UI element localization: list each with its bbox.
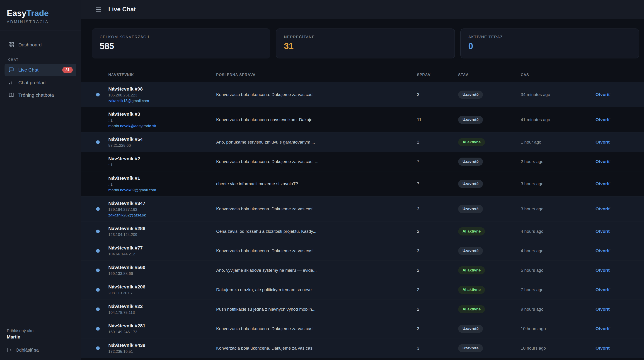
table-row[interactable]: Návštevník #3 ::1 martin.novak@easytrade… bbox=[81, 107, 644, 132]
table-row[interactable]: Návštevník #439 172.235.16.51 Konverzaci… bbox=[81, 339, 644, 358]
open-cell: Otvoriť bbox=[596, 92, 644, 97]
sidebar-item-label: Dashboard bbox=[18, 42, 42, 47]
open-conversation-link[interactable]: Otvoriť bbox=[596, 207, 610, 211]
visitor-ip: 160.149.246.173 bbox=[108, 329, 216, 335]
sidebar-item-label: Live Chat bbox=[18, 67, 38, 73]
visitor-email[interactable]: martin.novak89@gmail.com bbox=[108, 187, 216, 193]
open-cell: Otvoriť bbox=[596, 326, 644, 331]
time-ago: 10 hours ago bbox=[521, 326, 596, 331]
table-row[interactable]: Návštevník #206 208.113.207.7 Dakujem za… bbox=[81, 280, 644, 300]
hamburger-menu-icon[interactable] bbox=[95, 6, 102, 13]
open-conversation-link[interactable]: Otvoriť bbox=[596, 181, 610, 186]
table-row[interactable]: Návštevník #22 104.178.75.113 Push notif… bbox=[81, 300, 644, 319]
open-conversation-link[interactable]: Otvoriť bbox=[596, 159, 610, 164]
visitor-cell: Návštevník #347 139.184.237.163 zakaznik… bbox=[108, 197, 216, 221]
status-cell: Uzavreté bbox=[458, 91, 521, 99]
table-row[interactable]: Návštevník #98 105.200.251.223 zakaznik1… bbox=[81, 82, 644, 107]
logout-button[interactable]: Odhlásiť sa bbox=[7, 347, 74, 353]
unread-dot-icon bbox=[96, 269, 100, 272]
status-cell: Uzavreté bbox=[458, 116, 521, 124]
sidebar-item-dashboard[interactable]: Dashboard bbox=[4, 38, 76, 51]
visitor-name: Návštevník #439 bbox=[108, 342, 216, 349]
message-count: 3 bbox=[417, 346, 458, 351]
status-cell: AI aktívne bbox=[458, 138, 521, 146]
visitor-cell: Návštevník #560 169.133.88.66 bbox=[108, 261, 216, 280]
top-bar: Live Chat bbox=[81, 0, 644, 19]
open-cell: Otvoriť bbox=[596, 346, 644, 351]
table-row[interactable]: Návštevník #281 160.149.246.173 Konverza… bbox=[81, 319, 644, 339]
sidebar-item-label: Tréning chatbota bbox=[18, 92, 54, 98]
table-row[interactable]: Návštevník #2 ::1 Konverzacia bola ukonc… bbox=[81, 152, 644, 171]
status-cell: Uzavreté bbox=[458, 158, 521, 166]
sidebar-item-trening-chatbota[interactable]: Tréning chatbota bbox=[4, 89, 76, 101]
unread-dot-icon bbox=[96, 207, 100, 211]
open-cell: Otvoriť bbox=[596, 117, 644, 122]
table-row[interactable]: Návštevník #560 169.133.88.66 Ano, vyvij… bbox=[81, 261, 644, 280]
last-message: Dakujem za otazku, ale politickym temam … bbox=[216, 287, 417, 292]
unread-dot-cell bbox=[81, 93, 108, 96]
sidebar-item-chat-prehlad[interactable]: Chat prehlad bbox=[4, 76, 76, 89]
sidebar-item-live-chat[interactable]: Live Chat 31 bbox=[4, 64, 76, 76]
open-conversation-link[interactable]: Otvoriť bbox=[596, 268, 610, 273]
unread-dot-cell bbox=[81, 182, 108, 186]
unread-dot-cell bbox=[81, 327, 108, 331]
unread-dot-cell bbox=[81, 207, 108, 211]
status-cell: Uzavreté bbox=[458, 180, 521, 188]
visitor-ip: 208.113.207.7 bbox=[108, 290, 216, 296]
stat-label: NEPREČÍTANÉ bbox=[284, 35, 447, 39]
open-conversation-link[interactable]: Otvoriť bbox=[596, 287, 610, 292]
open-conversation-link[interactable]: Otvoriť bbox=[596, 229, 610, 234]
stat-value: 585 bbox=[100, 41, 262, 51]
open-conversation-link[interactable]: Otvoriť bbox=[596, 92, 610, 97]
visitor-name: Návštevník #347 bbox=[108, 200, 216, 207]
open-conversation-link[interactable]: Otvoriť bbox=[596, 307, 610, 312]
time-ago: 4 hours ago bbox=[521, 229, 596, 234]
time-ago: 4 hours ago bbox=[521, 248, 596, 253]
unread-dot-cell bbox=[81, 249, 108, 253]
visitor-cell: Návštevník #54 87.21.225.66 bbox=[108, 132, 216, 152]
message-count: 3 bbox=[417, 92, 458, 97]
status-badge: Uzavreté bbox=[458, 247, 483, 255]
stat-label: AKTÍVNE TERAZ bbox=[468, 35, 631, 39]
status-badge: AI aktívne bbox=[458, 138, 485, 146]
unread-dot-cell bbox=[81, 140, 108, 144]
visitor-ip: 172.235.16.51 bbox=[108, 349, 216, 354]
status-badge: AI aktívne bbox=[458, 266, 485, 274]
time-ago: 5 hours ago bbox=[521, 268, 596, 273]
stat-label: CELKOM KONVERZÁCIÍ bbox=[100, 35, 262, 39]
unread-dot-icon bbox=[96, 140, 100, 144]
table-row[interactable]: Návštevník #77 104.66.144.212 Konverzaci… bbox=[81, 241, 644, 261]
time-ago: 2 hours ago bbox=[521, 159, 596, 164]
visitor-cell: Návštevník #1 ::1 martin.novak89@gmail.c… bbox=[108, 171, 216, 196]
visitor-email[interactable]: zakaznik262@azet.sk bbox=[108, 212, 216, 218]
open-conversation-link[interactable]: Otvoriť bbox=[596, 140, 610, 144]
unread-dot-icon bbox=[96, 347, 100, 350]
open-conversation-link[interactable]: Otvoriť bbox=[596, 248, 610, 253]
open-book-icon bbox=[8, 92, 14, 98]
status-cell: Uzavreté bbox=[458, 344, 521, 352]
status-badge: AI aktívne bbox=[458, 286, 485, 294]
status-badge: Uzavreté bbox=[458, 180, 483, 188]
sidebar-footer: Prihlásený ako Martin Odhlásiť sa bbox=[0, 322, 81, 360]
open-conversation-link[interactable]: Otvoriť bbox=[596, 117, 610, 122]
signed-in-username: Martin bbox=[7, 335, 74, 340]
unread-dot-icon bbox=[96, 230, 100, 233]
visitor-email[interactable]: martin.novak@easytrade.sk bbox=[108, 123, 216, 129]
table-row[interactable]: Návštevník #347 139.184.237.163 zakaznik… bbox=[81, 197, 644, 222]
table-row[interactable]: Návštevník #288 123.104.124.209 Cena zav… bbox=[81, 222, 644, 241]
visitor-cell: Návštevník #98 105.200.251.223 zakaznik1… bbox=[108, 82, 216, 107]
table-row[interactable]: Návštevník #54 87.21.225.66 Ano, ponukam… bbox=[81, 132, 644, 152]
status-cell: AI aktívne bbox=[458, 286, 521, 294]
last-message: Konverzacia bola ukoncena. Dakujeme za v… bbox=[216, 159, 417, 164]
status-badge: Uzavreté bbox=[458, 116, 483, 124]
open-cell: Otvoriť bbox=[596, 159, 644, 164]
open-cell: Otvoriť bbox=[596, 287, 644, 292]
sidebar: EasyTrade ADMINISTRÁCIA Dashboard CHAT L… bbox=[0, 0, 81, 360]
visitor-email[interactable]: zakaznik13@gmail.com bbox=[108, 98, 216, 104]
header-cell-actions bbox=[596, 73, 644, 77]
message-count: 3 bbox=[417, 207, 458, 211]
table-row[interactable]: Návštevník #1 ::1 martin.novak89@gmail.c… bbox=[81, 171, 644, 197]
stat-card-active-now: AKTÍVNE TERAZ 0 bbox=[460, 28, 639, 58]
open-conversation-link[interactable]: Otvoriť bbox=[596, 346, 610, 351]
open-conversation-link[interactable]: Otvoriť bbox=[596, 326, 610, 331]
